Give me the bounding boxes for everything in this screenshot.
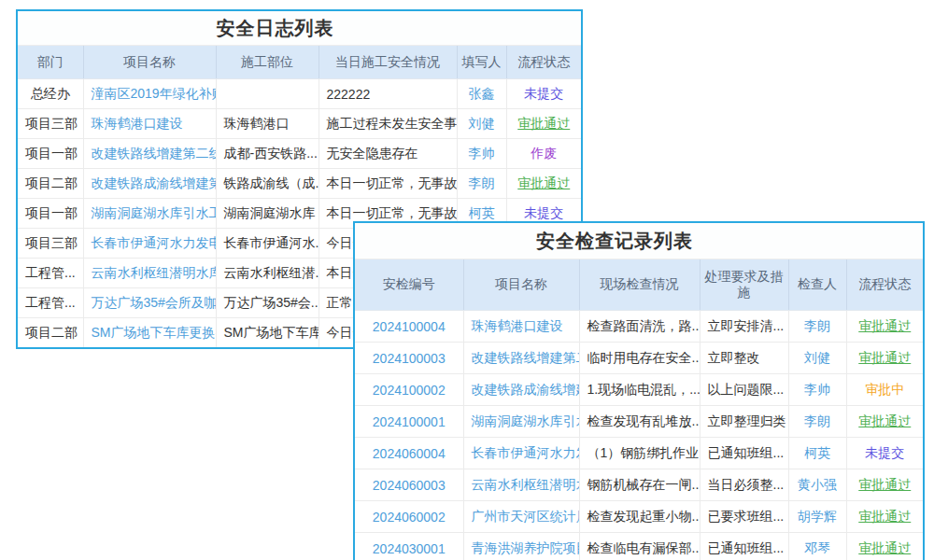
table-header-row: 部门项目名称施工部位当日施工安全情况填写人流程状态 [18,46,581,79]
column-header: 部门 [18,46,83,79]
project-name-link[interactable]: SM广场地下车库更换摄... [83,318,216,348]
status-label[interactable]: 审批通过 [858,350,911,365]
project-name-link[interactable]: 青海洪湖养护院项目 [463,533,579,560]
status-label: 未提交 [524,205,563,220]
status-text: 未提交 [846,438,923,469]
project-name-link[interactable]: 珠海鹤港口建设 [83,109,216,139]
status-text: 作废 [506,139,581,169]
column-header: 项目名称 [83,46,216,79]
status-text[interactable]: 审批通过 [846,469,923,501]
inspector-link[interactable]: 刘健 [788,343,846,374]
project-name-link[interactable]: 改建铁路线增建第二线直... [83,139,216,169]
inspection-number-link[interactable]: 2024100004 [355,311,463,343]
project-name-link[interactable]: 长春市伊通河水力发电厂... [83,229,216,259]
status-label[interactable]: 审批通过 [858,477,911,492]
writer-link[interactable]: 张鑫 [457,79,506,109]
status-label[interactable]: 审批通过 [517,116,570,131]
construction-part-cell: 湖南洞庭湖水库 [216,199,318,229]
table-row: 2024060003云南水利枢纽潜明水库...钢筋机械存在一闸...当日必须整.… [355,469,923,501]
status-label: 未提交 [524,86,563,101]
safety-inspection-table: 安检编号项目名称现场检查情况处理要求及措施检查人流程状态2024100004珠海… [355,259,923,560]
status-text[interactable]: 审批通过 [846,406,923,438]
status-label[interactable]: 审批通过 [858,540,911,555]
project-name-link[interactable]: 改建铁路成渝线增建第二... [83,169,216,199]
table-header-row: 安检编号项目名称现场检查情况处理要求及措施检查人流程状态 [355,259,923,311]
status-text[interactable]: 审批通过 [846,533,923,560]
department-cell: 总经办 [18,79,83,109]
status-text[interactable]: 审批通过 [506,109,581,139]
project-name-link[interactable]: 珠海鹤港口建设 [463,311,579,343]
writer-link[interactable]: 李帅 [457,139,506,169]
status-label[interactable]: 审批通过 [858,318,911,333]
site-inspection-cell: 钢筋机械存在一闸... [579,469,700,501]
table-row: 2024060004长春市伊通河水力发电...（1）钢筋绑扎作业...已通知班组… [355,438,923,469]
inspector-link[interactable]: 李朗 [788,406,846,438]
safety-inspection-panel: 安全检查记录列表 安检编号项目名称现场检查情况处理要求及措施检查人流程状态202… [353,221,925,560]
status-label: 作废 [531,146,557,161]
construction-part-cell: 万达广场35#会... [216,288,318,318]
measures-cell: 以上问题限... [700,374,788,406]
measures-cell: 立即整理归类 [700,406,788,438]
project-name-link[interactable]: 湖南洞庭湖水库引水工... [463,406,579,438]
column-header: 流程状态 [846,259,923,311]
status-text[interactable]: 审批通过 [846,501,923,533]
status-text[interactable]: 审批通过 [506,169,581,199]
project-name-link[interactable]: 万达广场35#会所及咖啡... [83,288,216,318]
writer-link[interactable]: 刘健 [457,109,506,139]
site-inspection-cell: 检查临电有漏保部... [579,533,700,560]
measures-cell: 已要求班组... [700,501,788,533]
inspector-link[interactable]: 柯英 [788,438,846,469]
department-cell: 项目三部 [18,229,83,259]
status-label[interactable]: 审批通过 [858,509,911,524]
site-inspection-cell: 检查发现起重小物... [579,501,700,533]
construction-part-cell: 长春市伊通河水... [216,229,318,259]
inspector-link[interactable]: 李帅 [788,374,846,406]
inspection-number-link[interactable]: 2024100001 [355,406,463,438]
construction-part-cell: 云南水利枢纽潜... [216,259,318,288]
project-name-link[interactable]: 湖南洞庭湖水库引水工程... [83,199,216,229]
inspection-number-link[interactable]: 2024030001 [355,533,463,560]
project-name-link[interactable]: 广州市天河区统计局机... [463,501,579,533]
project-name-link[interactable]: 长春市伊通河水力发电... [463,438,579,469]
inspection-number-link[interactable]: 2024100002 [355,374,463,406]
daily-safety-cell: 施工过程未发生安全事故... [318,109,457,139]
inspection-number-link[interactable]: 2024060002 [355,501,463,533]
table-row: 2024100002改建铁路成渝线增建第...1.现场临电混乱，...以上问题限… [355,374,923,406]
site-inspection-cell: 临时用电存在安全... [579,343,700,374]
status-text[interactable]: 审批通过 [846,311,923,343]
table-row: 项目二部改建铁路成渝线增建第二...铁路成渝线（成...本日一切正常，无事故发.… [18,169,581,199]
table-row: 2024060002广州市天河区统计局机...检查发现起重小物...已要求班组.… [355,501,923,533]
project-name-link[interactable]: 改建铁路成渝线增建第... [463,374,579,406]
inspection-number-link[interactable]: 2024060003 [355,469,463,501]
site-inspection-cell: 1.现场临电混乱，... [579,374,700,406]
site-inspection-cell: （1）钢筋绑扎作业... [579,438,700,469]
construction-part-cell [216,79,318,109]
status-label[interactable]: 审批通过 [517,175,570,190]
inspector-link[interactable]: 邓琴 [788,533,846,560]
inspector-link[interactable]: 黄小强 [788,469,846,501]
project-name-link[interactable]: 潼南区2019年绿化补贴项... [83,79,216,109]
inspector-link[interactable]: 李朗 [788,311,846,343]
department-cell: 项目三部 [18,109,83,139]
project-name-link[interactable]: 改建铁路线增建第二线... [463,343,579,374]
page-canvas: 安全日志列表 部门项目名称施工部位当日施工安全情况填写人流程状态总经办潼南区20… [0,0,934,560]
writer-link[interactable]: 李朗 [457,169,506,199]
status-label[interactable]: 审批通过 [858,413,911,428]
column-header: 安检编号 [355,259,463,311]
measures-cell: 立即整改 [700,343,788,374]
inspection-number-link[interactable]: 2024100003 [355,343,463,374]
table-row: 2024100001湖南洞庭湖水库引水工...检查发现有乱堆放...立即整理归类… [355,406,923,438]
department-cell: 工程管... [18,259,83,288]
inspection-number-link[interactable]: 2024060004 [355,438,463,469]
inspector-link[interactable]: 胡学辉 [788,501,846,533]
status-text[interactable]: 审批通过 [846,343,923,374]
department-cell: 项目一部 [18,199,83,229]
construction-part-cell: 铁路成渝线（成... [216,169,318,199]
table-row: 总经办潼南区2019年绿化补贴项...222222张鑫未提交 [18,79,581,109]
table-row: 2024100004珠海鹤港口建设检查路面清洗，路...立即安排清...李朗审批… [355,311,923,343]
project-name-link[interactable]: 云南水利枢纽潜明水库... [463,469,579,501]
construction-part-cell: 珠海鹤港口 [216,109,318,139]
department-cell: 项目二部 [18,169,83,199]
column-header: 处理要求及措施 [700,259,788,311]
project-name-link[interactable]: 云南水利枢纽潜明水库一... [83,259,216,288]
